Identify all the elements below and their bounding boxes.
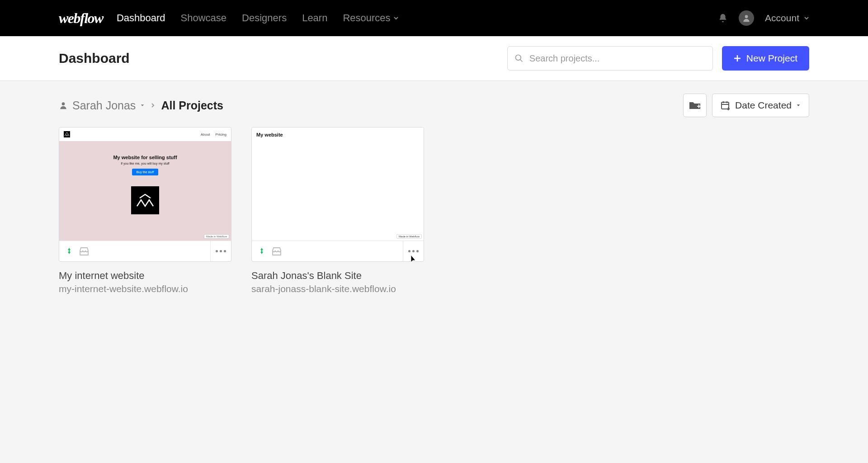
svg-line-2 — [520, 60, 522, 62]
project-card: About Pricing My website for selling stu… — [59, 127, 231, 294]
svg-point-1 — [515, 55, 521, 61]
nav-right: Account — [718, 10, 809, 26]
breadcrumb-user[interactable]: Sarah Jonas — [59, 99, 145, 112]
status-icon — [257, 247, 266, 256]
avatar[interactable] — [739, 10, 754, 26]
svg-rect-6 — [722, 102, 729, 109]
project-url: sarah-jonass-blank-site.webflow.io — [251, 283, 424, 294]
caret-down-icon — [140, 103, 145, 108]
breadcrumb-user-label: Sarah Jonas — [72, 99, 136, 112]
sort-label: Date Created — [735, 100, 792, 111]
nav-item-dashboard[interactable]: Dashboard — [117, 12, 165, 24]
user-icon — [742, 14, 751, 23]
site-logo-icon — [64, 131, 70, 137]
breadcrumb-current: All Projects — [161, 99, 223, 112]
store-icon — [272, 247, 282, 256]
svg-rect-5 — [698, 104, 699, 108]
nav-item-learn[interactable]: Learn — [302, 12, 327, 24]
dots-icon — [216, 250, 226, 252]
preview-nav-item: About — [201, 132, 210, 137]
project-thumbnail[interactable]: My website Made in Webflow — [251, 127, 424, 262]
made-in-webflow-badge: Made in Webflow — [396, 234, 422, 239]
caret-down-icon — [796, 103, 801, 108]
chevron-right-icon — [150, 103, 156, 108]
page-title: Dashboard — [59, 51, 507, 66]
svg-point-0 — [745, 15, 748, 18]
folder-plus-icon — [689, 100, 701, 110]
preview-nav-item: Pricing — [216, 132, 226, 137]
add-folder-button[interactable] — [683, 94, 707, 117]
more-options-button[interactable] — [210, 241, 231, 262]
search-wrap — [507, 46, 713, 71]
preview-logo-icon — [131, 186, 159, 214]
user-icon — [59, 101, 68, 110]
project-card: My website Made in Webflow Sarah Jonas's… — [251, 127, 424, 294]
calendar-icon — [721, 100, 731, 110]
account-label: Account — [765, 13, 799, 24]
preview-heading: My website for selling stuff — [59, 155, 231, 160]
plus-icon — [734, 55, 741, 62]
toolbar: Sarah Jonas All Projects Date Created — [0, 81, 868, 127]
store-icon — [79, 247, 89, 256]
project-grid: About Pricing My website for selling stu… — [0, 127, 868, 294]
thumbnail-footer — [252, 241, 424, 261]
chevron-down-icon — [804, 15, 809, 21]
nav-item-resources[interactable]: Resources — [343, 12, 398, 24]
made-in-webflow-badge: Made in Webflow — [204, 234, 229, 239]
nav-items: Dashboard Showcase Designers Learn Resou… — [117, 12, 718, 24]
project-url: my-internet-website.webflow.io — [59, 283, 231, 294]
more-options-button[interactable] — [403, 241, 424, 262]
preview-cta: Buy the stuff — [132, 169, 159, 175]
bell-icon[interactable] — [718, 13, 728, 23]
logo[interactable]: webflow — [59, 10, 103, 27]
status-icon — [65, 247, 74, 256]
new-project-label: New Project — [746, 53, 797, 64]
nav-item-designers[interactable]: Designers — [242, 12, 287, 24]
search-icon — [514, 54, 524, 63]
preview-heading: My website — [252, 128, 424, 142]
thumbnail-footer — [59, 241, 231, 261]
dots-icon — [408, 250, 419, 252]
subheader: Dashboard New Project — [0, 36, 868, 81]
search-input[interactable] — [507, 46, 713, 71]
account-menu[interactable]: Account — [765, 13, 809, 24]
project-title[interactable]: Sarah Jonas's Blank Site — [251, 270, 424, 282]
project-title[interactable]: My internet website — [59, 270, 231, 282]
nav-item-label: Resources — [343, 12, 390, 24]
svg-point-3 — [62, 102, 65, 105]
project-thumbnail[interactable]: About Pricing My website for selling stu… — [59, 127, 231, 262]
nav-item-showcase[interactable]: Showcase — [181, 12, 227, 24]
chevron-down-icon — [393, 15, 399, 21]
new-project-button[interactable]: New Project — [722, 46, 809, 71]
top-nav: webflow Dashboard Showcase Designers Lea… — [0, 0, 868, 36]
sort-button[interactable]: Date Created — [712, 94, 809, 117]
preview-subheading: If you like me, you will buy my stuff — [59, 162, 231, 165]
